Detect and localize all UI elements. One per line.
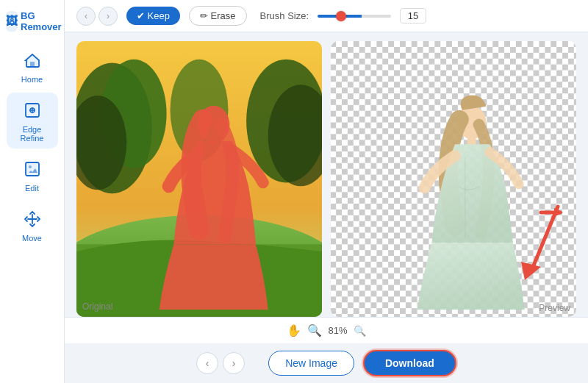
- original-panel: Original: [76, 41, 322, 317]
- sidebar-edge-refine-label: Edge Refine: [11, 125, 54, 143]
- history-nav: ‹ ›: [76, 7, 118, 26]
- svg-rect-0: [30, 62, 35, 66]
- app-name: BG Remover: [21, 10, 62, 32]
- sidebar-item-edit[interactable]: Edit: [7, 151, 58, 198]
- download-button[interactable]: Download: [363, 350, 456, 376]
- home-icon: [21, 49, 44, 72]
- canvas-area: Original: [65, 32, 588, 317]
- brush-size-label: Brush Size:: [260, 10, 309, 21]
- svg-rect-3: [26, 162, 39, 176]
- preview-canvas[interactable]: [331, 41, 576, 317]
- edit-icon: [21, 157, 44, 181]
- sidebar: 🖼 BG Remover Home Edge Refine: [0, 0, 65, 383]
- original-label: Original: [82, 301, 112, 312]
- erase-button[interactable]: ✏ Erase: [189, 6, 247, 26]
- app-logo: 🖼 BG Remover: [0, 6, 64, 40]
- move-icon: [21, 207, 44, 231]
- footer-bar: ‹ › New Image Download: [65, 343, 588, 383]
- original-canvas[interactable]: [76, 41, 322, 317]
- hand-tool-icon[interactable]: ✋: [287, 323, 301, 337]
- sidebar-edit-label: Edit: [25, 184, 39, 193]
- sidebar-item-edge-refine[interactable]: Edge Refine: [7, 93, 58, 148]
- footer-nav: ‹ ›: [196, 352, 245, 374]
- sidebar-home-label: Home: [21, 75, 43, 84]
- zoom-out-icon[interactable]: 🔍: [354, 325, 366, 337]
- preview-label: Preview: [539, 303, 570, 313]
- preview-label-bar: Preview: [539, 301, 570, 314]
- zoom-controls: ✋ 🔍 81% 🔍: [76, 323, 576, 337]
- next-button[interactable]: ›: [223, 352, 245, 374]
- brush-size-value: 15: [400, 8, 426, 24]
- sidebar-move-label: Move: [22, 234, 42, 243]
- toolbar: ‹ › ✔ Keep ✏ Erase Brush Size: 15: [65, 0, 588, 32]
- original-label-bar: Original: [76, 296, 322, 317]
- zoom-bar: ✋ 🔍 81% 🔍: [65, 317, 588, 343]
- previous-button[interactable]: ‹: [196, 352, 218, 374]
- redo-button[interactable]: ›: [98, 7, 118, 26]
- undo-button[interactable]: ‹: [76, 7, 96, 26]
- svg-point-4: [29, 165, 32, 168]
- zoom-value: 81%: [328, 325, 347, 336]
- sidebar-item-move[interactable]: Move: [7, 201, 58, 248]
- edge-refine-icon: [21, 99, 44, 122]
- new-image-button[interactable]: New Image: [268, 351, 354, 376]
- main-area: ‹ › ✔ Keep ✏ Erase Brush Size: 15: [65, 0, 588, 383]
- brush-size-slider[interactable]: [318, 15, 391, 18]
- zoom-in-icon[interactable]: 🔍: [307, 323, 322, 337]
- logo-icon: 🖼: [6, 11, 18, 32]
- keep-button[interactable]: ✔ Keep: [126, 7, 180, 25]
- preview-panel: Preview: [331, 41, 576, 317]
- sidebar-item-home[interactable]: Home: [7, 43, 58, 90]
